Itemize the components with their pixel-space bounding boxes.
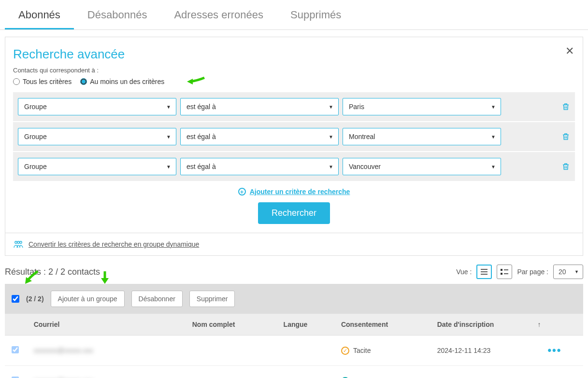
svg-point-2 [20, 241, 22, 243]
advanced-search-panel: ✕ Recherche avancée Contacts qui corresp… [5, 37, 583, 256]
close-icon[interactable]: ✕ [565, 45, 574, 57]
col-consent[interactable]: Consentement [341, 321, 437, 328]
row-actions-menu[interactable]: ••• [547, 375, 576, 378]
tabs: Abonnés Désabonnés Adresses erronées Sup… [0, 0, 588, 30]
trash-icon[interactable] [561, 162, 570, 171]
bulk-actions-bar: (2 / 2) Ajouter à un groupe Désabonner S… [5, 284, 583, 314]
tab-desabonnes[interactable]: Désabonnés [74, 0, 161, 29]
match-label: Contacts qui correspondent à : [13, 67, 575, 74]
table-row: xxxxxxx@xxxxx.xxx ✓ Exprès 2024-12-11 14… [5, 366, 583, 378]
add-to-group-button[interactable]: Ajouter à un groupe [51, 291, 125, 307]
delete-button[interactable]: Supprimer [189, 291, 235, 307]
trash-icon[interactable] [561, 132, 570, 141]
tab-abonnes[interactable]: Abonnés [5, 0, 74, 29]
radio-any-label: Au moins un des critères [90, 78, 164, 85]
table-row: xxxxxxx@xxxxx.xxx ✓ Tacite 2024-12-11 14… [5, 336, 583, 366]
match-radios: Tous les critères Au moins un des critèr… [13, 78, 575, 85]
trash-icon[interactable] [561, 102, 570, 112]
annotation-arrow-icon [186, 76, 205, 87]
grid-icon [500, 268, 509, 275]
col-lang[interactable]: Langue [284, 321, 341, 328]
annotation-arrow-icon [98, 270, 112, 285]
col-name[interactable]: Nom complet [192, 321, 284, 328]
row-checkbox[interactable] [12, 346, 19, 353]
tab-supprimes[interactable]: Supprimés [277, 0, 355, 29]
radio-any-criteria[interactable]: Au moins un des critères [80, 78, 164, 85]
add-criteria: + Ajouter un critère de recherche [13, 188, 575, 196]
cell-consent: ✓ Tacite [341, 347, 437, 355]
view-grid-button[interactable] [497, 265, 512, 279]
sort-arrow-up-icon: ↑ [537, 321, 541, 328]
perpage-label: Par page : [517, 268, 548, 276]
results-count: Résultats : 2 / 2 contacts [5, 267, 100, 277]
results-bar: Résultats : 2 / 2 contacts Vue : Par pag… [0, 256, 588, 284]
criteria-row-1: Groupe est égal à Paris [13, 92, 575, 121]
criteria-value-select[interactable]: Vancouver [343, 158, 501, 175]
row-actions-menu[interactable]: ••• [547, 344, 576, 357]
criteria-operator-select[interactable]: est égal à [180, 158, 339, 175]
view-list-button[interactable] [476, 265, 492, 279]
radio-all-criteria[interactable]: Tous les critères [13, 78, 72, 85]
add-criteria-link[interactable]: Ajouter un critère de recherche [250, 188, 350, 196]
search-button[interactable]: Rechercher [258, 202, 330, 224]
svg-rect-6 [501, 269, 502, 271]
select-all-checkbox[interactable] [12, 295, 19, 303]
svg-point-1 [17, 241, 19, 243]
tab-adresses-erronees[interactable]: Adresses erronées [160, 0, 277, 29]
criteria-value-select[interactable]: Montreal [343, 128, 501, 145]
criteria-row-2: Groupe est égal à Montreal [13, 122, 575, 151]
plus-circle-icon[interactable]: + [238, 188, 246, 196]
col-email[interactable]: Courriel [34, 321, 192, 328]
svg-rect-7 [501, 273, 502, 275]
selection-count: (2 / 2) [26, 295, 44, 303]
view-label: Vue : [456, 268, 472, 276]
table-header: Courriel Nom complet Langue Consentement… [5, 314, 583, 336]
criteria-field-select[interactable]: Groupe [18, 158, 176, 175]
cell-email[interactable]: xxxxxxx@xxxxx.xxx [34, 347, 192, 354]
col-date[interactable]: Date d'inscription ↑ [437, 321, 548, 328]
convert-row: Convertir les critères de recherche en g… [5, 233, 583, 255]
convert-dynamic-group-link[interactable]: Convertir les critères de recherche en g… [29, 240, 199, 248]
criteria-operator-select[interactable]: est égal à [180, 98, 339, 115]
unsubscribe-button[interactable]: Désabonner [131, 291, 183, 307]
cell-date: 2024-12-11 14:23 [437, 347, 548, 354]
radio-any-input[interactable] [80, 78, 87, 85]
consent-ring-icon: ✓ [341, 347, 349, 355]
svg-point-0 [15, 241, 17, 243]
radio-all-input[interactable] [13, 78, 20, 85]
panel-title: Recherche avancée [13, 47, 575, 62]
criteria-field-select[interactable]: Groupe [18, 98, 176, 115]
criteria-operator-select[interactable]: est égal à [180, 128, 339, 145]
people-icon [13, 240, 24, 249]
annotation-arrow-icon [23, 270, 42, 285]
radio-all-label: Tous les critères [23, 78, 72, 85]
list-icon [480, 268, 488, 275]
criteria-value-select[interactable]: Paris [343, 98, 501, 115]
perpage-select[interactable]: 20 [553, 265, 583, 279]
criteria-field-select[interactable]: Groupe [18, 128, 176, 145]
criteria-row-3: Groupe est égal à Vancouver [13, 152, 575, 181]
